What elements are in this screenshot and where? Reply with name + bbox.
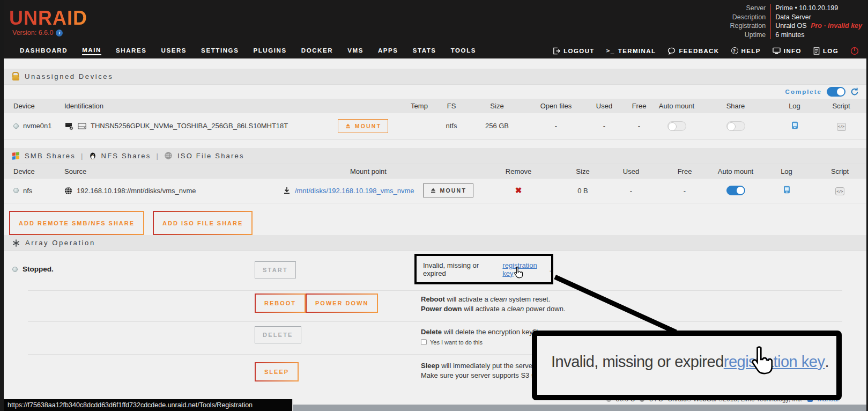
brand: UNRAID Version: 6.6.0 i [9,9,87,36]
col-size: Size [468,99,526,113]
version-label: Version: 6.6.0 [12,29,53,36]
cell-fs: ntfs [435,113,468,139]
col-share: Share [698,99,773,113]
cell-open-files: - [526,113,585,139]
col-device: Device [4,99,55,113]
col-fs: FS [435,99,468,113]
nav-apps[interactable]: APPS [378,47,398,55]
col-log: Log [760,164,813,179]
share-toggle[interactable] [726,121,745,131]
sleep-button[interactable]: SLEEP [255,362,299,381]
cell-free: - [623,113,655,139]
nfs-linux-icon [90,152,96,159]
col-auto-mount: Auto mount [711,164,760,179]
device-status-dot [13,123,19,129]
help-icon: ? [731,47,738,54]
mount-button[interactable]: MOUNT [423,184,474,197]
auto-mount-toggle[interactable] [726,186,745,195]
globe-icon [64,187,72,195]
start-button[interactable]: START [255,261,296,278]
smb-shares-title[interactable]: SMB Shares [25,152,76,160]
shares-header: SMB Shares | NFS Shares | ISO File Share… [4,148,866,164]
remote-shares-table: Device Source Mount point Remove Size Us… [4,164,866,204]
col-script: Script [813,164,866,179]
version-info-icon[interactable]: i [56,30,63,36]
info-button[interactable]: INFO [773,47,802,54]
col-used: Used [585,99,623,113]
col-used: Used [604,164,658,179]
col-open-files: Open files [526,99,585,113]
mount-button[interactable]: MOUNT [338,119,389,133]
col-mount-point: Mount point [261,164,476,179]
logout-icon [553,47,560,55]
device-identification[interactable]: THNSN5256GPUK_NVMe_TOSHIBA_256GB_86LS10M… [91,122,288,130]
col-log: Log [773,99,816,113]
terminal-button[interactable]: >_ TERMINAL [606,47,656,54]
add-iso-file-share-button[interactable]: ADD ISO FILE SHARE [153,211,253,235]
app-header: UNRAID Version: 6.6.0 i Server Prime • 1… [4,0,866,58]
power-down-button[interactable]: POWER DOWN [306,293,378,313]
unassigned-devices-table: Device Identification Temp FS Size Open … [4,99,866,140]
server-info-value: 6 minutes [771,31,862,40]
terminal-icon: >_ [606,47,615,54]
registration-os: Unraid OS [775,22,806,30]
col-free: Free [658,164,711,179]
nav-users[interactable]: USERS [161,47,187,55]
registration-key-link-magnified[interactable]: registration key [724,353,825,371]
nav-settings[interactable]: SETTINGS [201,47,239,55]
table-row: nfs 192.168.10.198://mnt/disks/vms_nvme … [4,179,866,203]
mount-point-link[interactable]: /mnt/disks/192.168.10.198_vms_nvme [295,187,414,195]
device-name[interactable]: nvme0n1 [23,122,51,130]
col-mount [323,99,403,113]
main-nav: DASHBOARD MAIN SHARES USERS SETTINGS PLU… [4,43,866,58]
script-icon[interactable]: </> [837,123,846,131]
log-file-icon[interactable] [783,186,790,194]
power-icon[interactable] [850,47,859,55]
server-info: Server Prime • 10.10.20.199 Description … [730,4,862,39]
add-remote-smb-nfs-share-button[interactable]: ADD REMOTE SMB/NFS SHARE [9,211,144,235]
iso-globe-icon [165,152,172,159]
section-title: Array Operation [25,239,95,247]
col-remove: Remove [476,164,561,179]
refresh-icon[interactable] [850,87,859,96]
log-button[interactable]: LOG [813,47,839,55]
invalid-key-badge: Pro - invalid key [811,22,862,30]
padlock-icon [12,75,19,80]
nav-stats[interactable]: STATS [413,47,436,55]
delete-confirm-label: Yes I want to do this [430,339,483,346]
cell-temp [403,113,435,139]
cell-used: - [604,179,658,203]
nav-plugins[interactable]: PLUGINS [253,47,286,55]
server-info-label: Description [730,13,771,22]
remove-x-icon[interactable]: ✖ [515,186,522,195]
log-file-icon[interactable] [791,121,798,129]
table-header-row: Device Source Mount point Remove Size Us… [4,164,866,179]
help-button[interactable]: ? HELP [731,47,761,54]
log-doc-icon [813,47,820,55]
logout-button[interactable]: LOGOUT [553,47,595,55]
nav-main[interactable]: MAIN [82,47,101,55]
col-source: Source [55,164,261,179]
iso-file-shares-title[interactable]: ISO File Shares [177,152,244,160]
nav-tools[interactable]: TOOLS [451,47,476,55]
feedback-button[interactable]: FEEDBACK [667,47,719,55]
script-icon[interactable]: </> [835,187,844,195]
registration-key-link[interactable]: registration key [502,261,549,277]
nav-shares[interactable]: SHARES [116,47,147,55]
array-operation-header: Array Operation [4,235,866,251]
device-name[interactable]: nfs [23,187,32,195]
nav-dashboard[interactable]: DASHBOARD [20,47,68,55]
table-header-row: Device Identification Temp FS Size Open … [4,99,866,113]
complete-toggle[interactable] [827,87,845,97]
delete-button[interactable]: DELETE [255,326,301,343]
nav-vms[interactable]: VMS [347,47,363,55]
server-info-value: Prime • 10.10.20.199 [771,4,862,13]
auto-mount-toggle[interactable] [667,121,686,131]
nav-docker[interactable]: DOCKER [301,47,333,55]
nfs-shares-title[interactable]: NFS Shares [101,152,151,160]
smb-windows-icon [12,152,19,159]
reboot-button[interactable]: REBOOT [255,293,306,313]
cursor-pointer-icon-magnified [749,346,773,375]
delete-confirm-checkbox[interactable] [421,339,427,345]
section-title: Unassigned Devices [25,72,113,80]
